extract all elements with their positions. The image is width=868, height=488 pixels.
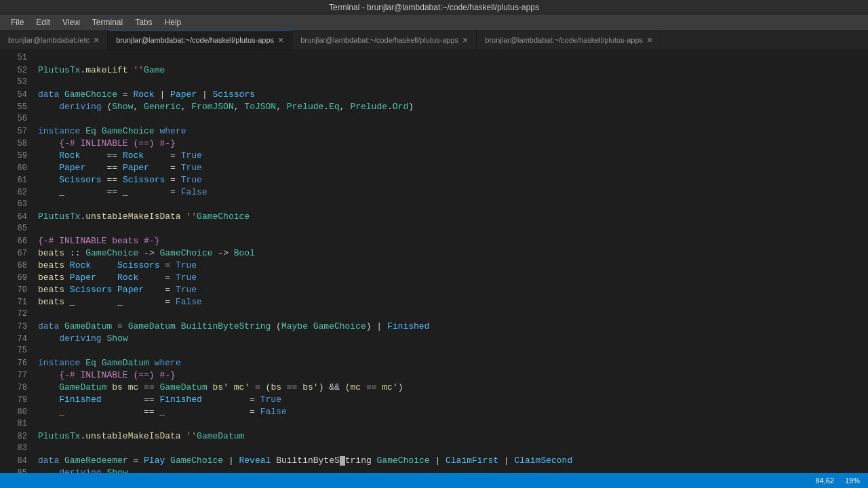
menu-file[interactable]: File [5, 16, 29, 28]
code-line: 67beats :: GameChoice -> GameChoice -> B… [0, 248, 868, 260]
line-code: beats Paper Rock = True [38, 272, 197, 283]
menu-edit[interactable]: Edit [31, 16, 56, 28]
code-line: 70beats Scissors Paper = True [0, 285, 868, 297]
line-code: data GameDatum = GameDatum BuiltinByteSt… [38, 321, 429, 331]
zoom-level: 19% [845, 476, 860, 485]
tab-2-label: brunjlar@lambdabat:~/code/haskell/plutus… [300, 36, 458, 44]
line-number: 56 [5, 114, 27, 123]
line-code: instance Eq GameDatum where [38, 358, 181, 368]
line-number: 70 [5, 285, 27, 295]
line-number: 74 [5, 334, 27, 344]
code-line: 85 deriving Show [0, 468, 868, 473]
line-code: Scissors == Scissors = True [38, 175, 202, 185]
line-number: 68 [5, 261, 27, 270]
line-number: 67 [5, 249, 27, 258]
line-code: GameDatum bs mc == GameDatum bs' mc' = (… [38, 382, 403, 392]
line-number: 59 [5, 151, 27, 161]
code-line: 61 Scissors == Scissors = True [0, 175, 868, 187]
code-line: 51 [0, 53, 868, 65]
line-number: 54 [5, 90, 27, 100]
line-number: 69 [5, 273, 27, 283]
code-line: 73data GameDatum = GameDatum BuiltinByte… [0, 321, 868, 333]
editor: 5152PlutusTx.makeLift ''Game5354data Gam… [0, 50, 868, 473]
line-number: 75 [5, 346, 27, 355]
line-number: 66 [5, 237, 27, 246]
code-line: 63 [0, 199, 868, 211]
tab-2-close[interactable]: × [462, 35, 468, 45]
menu-view[interactable]: View [57, 16, 85, 28]
line-code: beats Scissors Paper = True [38, 285, 197, 295]
menu-terminal[interactable]: Terminal [87, 16, 128, 28]
cursor-position: 84,62 [815, 476, 834, 485]
line-number: 73 [5, 322, 27, 331]
code-line: 77 {-# INLINABLE (==) #-} [0, 370, 868, 382]
line-code: deriving Show [38, 468, 128, 473]
statusbar: 84,62 19% [0, 473, 868, 488]
code-line: 53 [0, 77, 868, 89]
line-code: _ == _ = False [38, 407, 287, 417]
menu-help[interactable]: Help [159, 16, 187, 28]
line-number: 77 [5, 371, 27, 380]
line-number: 76 [5, 359, 27, 368]
menubar: File Edit View Terminal Tabs Help [0, 15, 868, 30]
line-number: 53 [5, 77, 27, 87]
menu-tabs[interactable]: Tabs [130, 16, 157, 28]
code-line: 64PlutusTx.unstableMakeIsData ''GameChoi… [0, 211, 868, 224]
code-line: 60 Paper == Paper = True [0, 163, 868, 175]
line-number: 62 [5, 188, 27, 197]
code-line: 82PlutusTx.unstableMakeIsData ''GameDatu… [0, 431, 868, 443]
line-code: deriving Show [38, 333, 128, 344]
line-code: instance Eq GameChoice where [38, 126, 186, 136]
tab-2[interactable]: brunjlar@lambdabat:~/code/haskell/plutus… [292, 30, 477, 49]
code-line: 69beats Paper Rock = True [0, 272, 868, 285]
code-line: 62 _ == _ = False [0, 187, 868, 199]
line-number: 61 [5, 176, 27, 185]
code-line: 84data GameRedeemer = Play GameChoice | … [0, 455, 868, 468]
line-number: 82 [5, 432, 27, 441]
code-line: 58 {-# INLINABLE (==) #-} [0, 138, 868, 150]
line-code: beats Rock Scissors = True [38, 260, 197, 270]
tab-3[interactable]: brunjlar@lambdabat:~/code/haskell/plutus… [477, 30, 661, 49]
line-number: 60 [5, 163, 27, 173]
line-number: 81 [5, 419, 27, 428]
line-number: 65 [5, 224, 27, 233]
line-number: 51 [5, 53, 27, 62]
line-code: _ == _ = False [38, 187, 208, 197]
line-code: PlutusTx.unstableMakeIsData ''GameDatum [38, 431, 244, 441]
tab-0-label: brunjlar@lambdabat:/etc [8, 36, 90, 44]
code-line: 79 Finished == Finished = True [0, 394, 868, 407]
tab-1[interactable]: brunjlar@lambdabat:~/code/haskell/plutus… [108, 30, 292, 49]
tab-3-close[interactable]: × [647, 35, 652, 45]
tab-0-close[interactable]: × [94, 35, 99, 45]
line-code: PlutusTx.makeLift ''Game [38, 65, 165, 75]
line-code: Rock == Rock = True [38, 150, 202, 161]
line-number: 57 [5, 127, 27, 136]
titlebar-text: Terminal - brunjlar@lambdabat:~/code/has… [329, 3, 539, 12]
line-number: 72 [5, 309, 27, 319]
line-code: PlutusTx.unstableMakeIsData ''GameChoice [38, 211, 250, 222]
code-line: 59 Rock == Rock = True [0, 150, 868, 163]
code-line: 56 [0, 114, 868, 126]
code-area[interactable]: 5152PlutusTx.makeLift ''Game5354data Gam… [0, 50, 868, 473]
line-number: 83 [5, 443, 27, 453]
tab-1-close[interactable]: × [278, 35, 283, 45]
line-number: 80 [5, 407, 27, 417]
code-line: 81 [0, 419, 868, 431]
code-line: 65 [0, 224, 868, 236]
line-number: 71 [5, 298, 27, 307]
line-number: 52 [5, 66, 27, 75]
code-line: 78 GameDatum bs mc == GameDatum bs' mc' … [0, 382, 868, 394]
line-number: 58 [5, 139, 27, 148]
tab-0[interactable]: brunjlar@lambdabat:/etc × [0, 30, 108, 49]
code-line: 57instance Eq GameChoice where [0, 126, 868, 138]
line-number: 63 [5, 199, 27, 209]
tabs-bar: brunjlar@lambdabat:/etc × brunjlar@lambd… [0, 30, 868, 50]
titlebar: Terminal - brunjlar@lambdabat:~/code/has… [0, 0, 868, 15]
code-line: 72 [0, 309, 868, 321]
tab-1-label: brunjlar@lambdabat:~/code/haskell/plutus… [116, 36, 274, 44]
line-code: {-# INLINABLE beats #-} [38, 236, 159, 246]
line-number: 55 [5, 102, 27, 112]
line-number: 79 [5, 395, 27, 405]
line-number: 78 [5, 383, 27, 392]
code-line: 75 [0, 346, 868, 358]
